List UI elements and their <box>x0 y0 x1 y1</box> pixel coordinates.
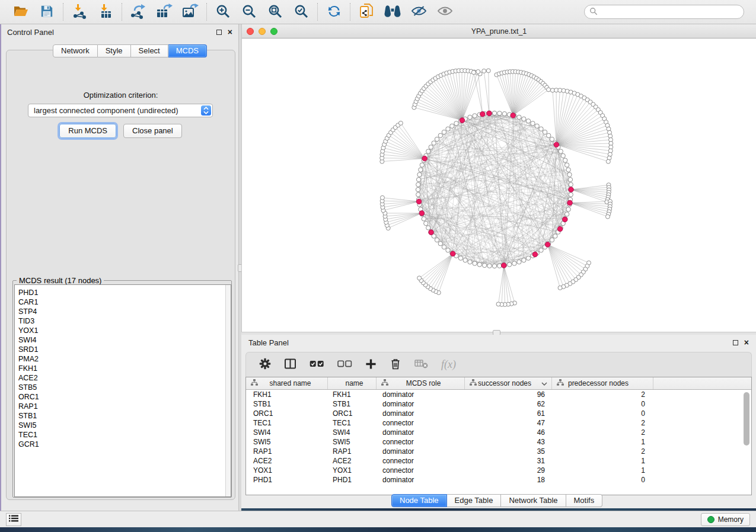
network-graph[interactable] <box>242 39 756 332</box>
cell-mcds-role[interactable]: dominator <box>377 390 465 399</box>
list-item[interactable]: SWI4 <box>18 335 231 345</box>
zoom-out-button[interactable] <box>240 3 258 21</box>
cell-shared-name[interactable]: ORC1 <box>246 409 328 418</box>
run-mcds-button[interactable]: Run MCDS <box>59 124 116 138</box>
column-header-mcds-role[interactable]: MCDS role <box>377 377 465 389</box>
list-item[interactable]: STP4 <box>18 307 231 316</box>
cell-mcds-role[interactable]: dominator <box>377 447 465 456</box>
cell-name[interactable]: SWI4 <box>328 428 377 437</box>
search-box[interactable] <box>584 5 744 19</box>
optimization-criterion-select[interactable]: largest connected component (undirected) <box>28 104 213 117</box>
list-item[interactable]: TEC1 <box>18 430 231 440</box>
cell-mcds-role[interactable]: connector <box>377 466 465 475</box>
column-header-successor-nodes[interactable]: successor nodes <box>465 377 552 389</box>
zoom-in-button[interactable] <box>214 3 232 21</box>
table-scrollbar[interactable] <box>744 392 749 493</box>
memory-button[interactable]: Memory <box>701 513 750 526</box>
cell-shared-name[interactable]: YOX1 <box>246 466 328 475</box>
cell-shared-name[interactable]: SWI4 <box>246 428 328 437</box>
cell-predecessor-nodes[interactable]: 2 <box>552 390 653 399</box>
list-item[interactable]: RAP1 <box>18 402 231 411</box>
cell-shared-name[interactable]: SWI5 <box>246 437 328 447</box>
import-table-button[interactable] <box>97 3 114 21</box>
list-item[interactable]: STB5 <box>18 383 231 392</box>
cell-shared-name[interactable]: RAP1 <box>246 447 328 456</box>
show-all-button[interactable] <box>436 3 454 21</box>
list-scrollbar[interactable] <box>225 285 231 496</box>
hide-selected-button[interactable] <box>410 3 428 21</box>
tab-style[interactable]: Style <box>98 44 131 57</box>
cell-name[interactable]: TEC1 <box>328 418 377 428</box>
float-panel-icon[interactable] <box>733 340 738 345</box>
list-item[interactable]: CAR1 <box>18 297 231 307</box>
close-panel-button[interactable]: Close panel <box>123 124 182 138</box>
column-header-shared-name[interactable]: shared name <box>246 377 328 389</box>
cell-name[interactable]: ACE2 <box>328 456 377 466</box>
delete-table-button[interactable] <box>414 359 428 370</box>
cell-predecessor-nodes[interactable]: 0 <box>552 409 653 418</box>
clone-network-button[interactable] <box>358 3 375 21</box>
cell-successor-nodes[interactable]: 43 <box>465 437 552 447</box>
cell-successor-nodes[interactable]: 31 <box>465 456 552 466</box>
cell-name[interactable]: FKH1 <box>328 390 377 399</box>
cell-shared-name[interactable]: FKH1 <box>246 390 328 399</box>
cell-mcds-role[interactable]: connector <box>377 418 465 428</box>
network-canvas[interactable] <box>242 39 756 332</box>
export-table-button[interactable] <box>155 3 173 21</box>
cell-predecessor-nodes[interactable]: 1 <box>552 456 653 466</box>
add-column-button[interactable] <box>365 358 377 371</box>
tab-network[interactable]: Network <box>53 44 98 57</box>
apply-function-button[interactable]: f(x) <box>441 358 456 371</box>
cell-successor-nodes[interactable]: 18 <box>465 475 552 485</box>
cell-predecessor-nodes[interactable]: 1 <box>552 437 653 447</box>
import-network-button[interactable] <box>71 3 88 21</box>
cell-mcds-role[interactable]: dominator <box>377 409 465 418</box>
cell-predecessor-nodes[interactable]: 0 <box>552 475 653 485</box>
list-item[interactable]: PMA2 <box>18 354 231 364</box>
cell-successor-nodes[interactable]: 47 <box>465 418 552 428</box>
zoom-fit-button[interactable] <box>266 3 284 21</box>
cell-predecessor-nodes[interactable]: 2 <box>552 447 653 456</box>
cell-successor-nodes[interactable]: 29 <box>465 466 552 475</box>
tab-select[interactable]: Select <box>131 44 168 57</box>
float-panel-icon[interactable] <box>216 30 222 35</box>
list-item[interactable]: FKH1 <box>18 364 231 373</box>
table-settings-button[interactable] <box>259 358 271 371</box>
cell-mcds-role[interactable]: connector <box>377 456 465 466</box>
cell-mcds-role[interactable]: dominator <box>377 428 465 437</box>
search-input[interactable] <box>601 8 739 16</box>
column-header-predecessor-nodes[interactable]: predecessor nodes <box>552 377 653 389</box>
zoom-selected-button[interactable] <box>292 3 310 21</box>
list-item[interactable]: GCR1 <box>18 440 231 449</box>
tab-edge-table[interactable]: Edge Table <box>447 494 502 507</box>
list-item[interactable]: TID3 <box>18 316 231 326</box>
cell-predecessor-nodes[interactable]: 2 <box>552 428 653 437</box>
list-item[interactable]: ORC1 <box>18 392 231 402</box>
scrollbar-thumb[interactable] <box>744 392 749 446</box>
refresh-button[interactable] <box>325 3 343 21</box>
cell-successor-nodes[interactable]: 46 <box>465 428 552 437</box>
tab-network-table[interactable]: Network Table <box>501 494 566 507</box>
tab-node-table[interactable]: Node Table <box>391 494 447 507</box>
list-item[interactable]: PHD1 <box>18 288 231 297</box>
cell-shared-name[interactable]: TEC1 <box>246 418 328 428</box>
cell-successor-nodes[interactable]: 96 <box>465 390 552 399</box>
list-item[interactable]: ACE2 <box>18 373 231 383</box>
delete-column-button[interactable] <box>390 358 401 372</box>
list-item[interactable]: SRD1 <box>18 345 231 354</box>
cell-mcds-role[interactable]: dominator <box>377 475 465 485</box>
cell-predecessor-nodes[interactable]: 1 <box>552 466 653 475</box>
find-button[interactable] <box>384 3 401 21</box>
cell-shared-name[interactable]: ACE2 <box>246 456 328 466</box>
cell-name[interactable]: PHD1 <box>328 475 377 485</box>
cell-mcds-role[interactable]: dominator <box>377 399 465 409</box>
cell-name[interactable]: YOX1 <box>328 466 377 475</box>
export-network-button[interactable] <box>129 3 147 21</box>
list-item[interactable]: STB1 <box>18 411 231 421</box>
cell-name[interactable]: ORC1 <box>328 409 377 418</box>
cell-predecessor-nodes[interactable]: 0 <box>552 399 653 409</box>
list-item[interactable]: YOX1 <box>18 326 231 335</box>
save-session-button[interactable] <box>38 3 56 21</box>
close-panel-icon[interactable]: × <box>744 339 749 345</box>
open-file-button[interactable] <box>12 3 30 21</box>
